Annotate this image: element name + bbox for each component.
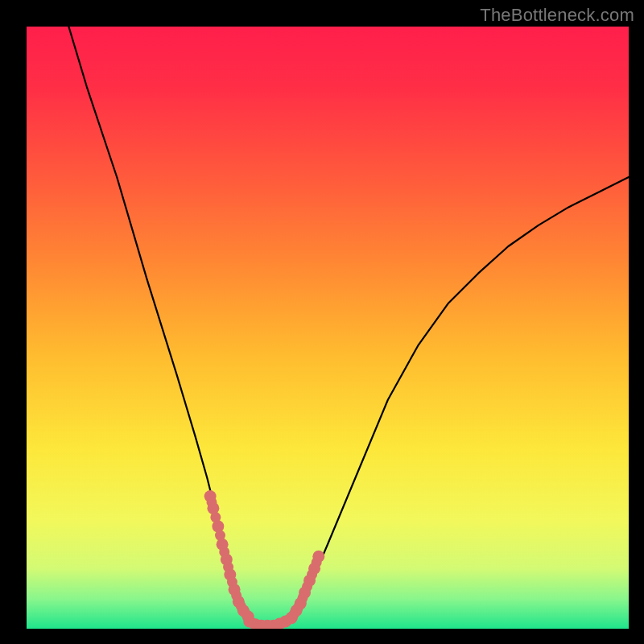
highlight-dot [312,557,322,568]
highlight-dot [297,592,308,603]
highlight-dot [210,512,221,522]
highlight-dot [293,602,303,613]
highlight-dot [207,497,217,507]
highlight-dot [227,577,237,588]
highlight-dot [307,569,317,580]
watermark-text: TheBottleneck.com [480,5,634,26]
chart-plot-area [27,27,629,629]
chart-svg [27,27,629,629]
highlight-dot [223,562,233,572]
highlight-dot [215,530,225,541]
chart-background [27,27,629,629]
highlight-dot [302,581,312,592]
highlight-dot [219,547,229,557]
highlight-dot [231,590,242,601]
